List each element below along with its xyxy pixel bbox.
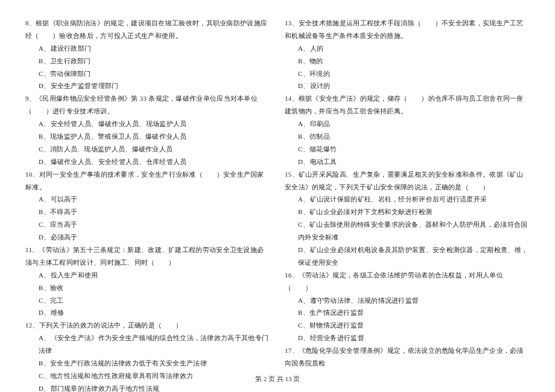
option-c: C、矿山去除使用的特殊安全要求的设备、器材和个人防护用具，必须符合国内外安全标准 [298,218,530,244]
page-root: 8、根据《职业病防治法》的规定，建设项目在竣工验收时，其职业病防护设施应经（ ）… [0,0,555,392]
option-b: B、仿制品 [298,130,530,143]
option-d: D、电动工具 [298,156,530,168]
question-stem: 12、下列关于法的效力的说法中，正确的是（ ） [25,319,270,332]
option-a: A、印刷品 [298,118,530,130]
option-a: A、投入生产和使用 [39,269,270,282]
question-options: A、人的 B、物的 C、环境的 D、设计的 [285,42,530,93]
option-c: C、环境的 [298,68,530,80]
option-c: C、财物情况进行监督 [298,319,530,332]
question-options: A、印刷品 B、仿制品 C、烟花爆竹 D、电动工具 [285,118,530,168]
option-a: A、建设行政部门 [39,42,270,55]
option-b: B、安全生产行政法规的法律效力低于有关安全生产法律 [39,357,270,370]
option-a: A、安全经管人员、爆破作业人员、现场监护人员 [39,118,270,130]
option-c: C、烟花爆竹 [298,143,530,156]
question-options: A、建设行政部门 B、卫生行政部门 C、劳动保障部门 D、安全生产监督管理部门 [25,42,270,93]
question-stem: 13、安全技术措施是运用工程技术手段消除（ ）不安全因素，实现生产工艺和机械设备… [285,17,530,42]
question-16: 16、《劳动法》规定，各级工会依法维护劳动者的合法权益，对用人单位（ ） A、遵… [285,269,530,344]
option-d: D、维修 [39,306,270,319]
question-options: A、安全经管人员、爆破作业人员、现场监护人员 B、现场监护人员、警戒保卫人员、爆… [25,118,270,168]
question-stem: 15、矿山开采风险高、生产复杂，需要满足相关的安全标准和条件。依据《矿山安全法》… [285,168,530,194]
question-stem: 14、根据《安全生产法》的规定，储存（ ）的仓库不得与员工宿舍在同一座建筑物内，… [285,92,530,118]
question-15: 15、矿山开采风险高、生产复杂，需要满足相关的安全标准和条件。依据《矿山安全法》… [285,168,530,269]
option-c: C、劳动保障部门 [39,68,270,80]
option-d: D、设计的 [298,80,530,92]
content-columns: 8、根据《职业病防治法》的规定，建设项目在竣工验收时，其职业病防护设施应经（ ）… [0,0,555,392]
question-8: 8、根据《职业病防治法》的规定，建设项目在竣工验收时，其职业病防护设施应经（ ）… [25,17,270,92]
question-9: 9、《民用爆炸物品安全经管条例》第 33 条规定，爆破作业单位应当对本单位（ ）… [25,92,270,168]
option-c: C、完工 [39,294,270,307]
option-a: A、矿山设计保留的矿柱、岩柱，经分析评价后可进行适度开采 [298,193,530,206]
option-d: D、矿山企业必须对机电设备及其防护装置、安全检测仪器，定期检查、维，保证使用安全 [298,244,530,269]
option-a: A、遵守劳动法律、法规的情况进行监督 [298,294,530,307]
option-b: B、卫生行政部门 [39,55,270,68]
question-stem: 11、《劳动法》第五十三条规定：新建、改建、扩建工程的劳动安全卫生设施必须与主体… [25,244,270,269]
page-footer: 第 2 页 共 13 页 [0,375,555,384]
option-a: A、可以高于 [39,193,270,206]
question-11: 11、《劳动法》第五十三条规定：新建、改建、扩建工程的劳动安全卫生设施必须与主体… [25,244,270,319]
option-a: A、《安全生产法》作为安全生产领域的综合性立法，法律效力高于其他专门法律 [39,332,270,357]
question-stem: 9、《民用爆炸物品安全经管条例》第 33 条规定，爆破作业单位应当对本单位（ ）… [25,92,270,118]
option-c: C、消防人员、现场监护人员、爆破作业人员 [39,143,270,156]
option-b: B、验收 [39,282,270,294]
question-options: A、投入生产和使用 B、验收 C、完工 D、维修 [25,269,270,320]
option-d: D、部门规章的法律效力高于地方性法规 [39,382,270,392]
question-14: 14、根据《安全生产法》的规定，储存（ ）的仓库不得与员工宿舍在同一座建筑物内，… [285,92,530,168]
question-options: A、遵守劳动法律、法规的情况进行监督 B、生产情况进行监督 C、财物情况进行监督… [285,294,530,345]
option-d: D、经营业务进行监督 [298,332,530,344]
option-b: B、不得高于 [39,206,270,218]
question-stem: 10、对同一安全生产事项的技术要求，安全生产行业标准（ ）安全生产国家标准。 [25,168,270,194]
option-d: D、爆破作业人员、安全经管人员、仓库经管人员 [39,156,270,168]
question-stem: 8、根据《职业病防治法》的规定，建设项目在竣工验收时，其职业病防护设施应经（ ）… [25,17,270,42]
option-b: B、现场监护人员、警戒保卫人员、爆破作业人员 [39,130,270,143]
option-b: B、生产情况进行监督 [298,306,530,319]
option-d: D、安全生产监督管理部门 [39,80,270,92]
question-options: A、可以高于 B、不得高于 C、应当高于 D、必须高于 [25,193,270,244]
option-c: C、应当高于 [39,218,270,231]
question-13: 13、安全技术措施是运用工程技术手段消除（ ）不安全因素，实现生产工艺和机械设备… [285,17,530,92]
option-b: B、矿山企业必须对井下文档和文献进行检测 [298,206,530,218]
option-b: B、物的 [298,55,530,68]
question-17: 17、《危险化学品安全管理条例》规定，依法设立的危险化学品生产企业，必须向国务院… [285,344,530,370]
question-stem: 16、《劳动法》规定，各级工会依法维护劳动者的合法权益，对用人单位（ ） [285,269,530,294]
question-stem: 17、《危险化学品安全管理条例》规定，依法设立的危险化学品生产企业，必须向国务院… [285,344,530,370]
option-a: A、人的 [298,42,530,55]
question-options: A、矿山设计保留的矿柱、岩柱，经分析评价后可进行适度开采 B、矿山企业必须对井下… [285,193,530,268]
question-10: 10、对同一安全生产事项的技术要求，安全生产行业标准（ ）安全生产国家标准。 A… [25,168,270,244]
option-d: D、必须高于 [39,231,270,244]
